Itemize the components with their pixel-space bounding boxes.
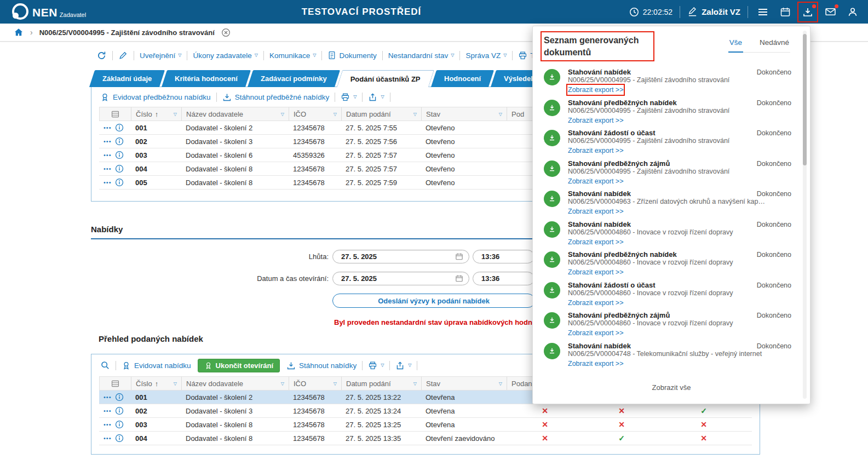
info-icon[interactable] <box>115 178 124 187</box>
stahnout-predbezne-nabidky-button[interactable]: Stáhnout předběžné nabídky <box>222 93 330 102</box>
info-icon[interactable] <box>115 420 124 429</box>
show-export-link[interactable]: Zobrazit export >> <box>568 238 623 246</box>
menu-dokumenty[interactable]: Dokumenty <box>327 51 376 60</box>
menu-ukony-zadavatele[interactable]: Úkony zadavatele▽ <box>193 51 257 60</box>
scrollbar-thumb[interactable] <box>803 34 807 165</box>
show-export-link[interactable]: Zobrazit export >> <box>568 85 623 94</box>
filter-icon[interactable]: ▽ <box>499 381 502 386</box>
refresh-icon[interactable] <box>96 50 107 61</box>
show-export-link[interactable]: Zobrazit export >> <box>568 359 623 368</box>
tab-zakladni-udaje[interactable]: Základní údaje <box>89 70 165 87</box>
column-header-stav[interactable]: Stav▽ <box>422 107 507 120</box>
row-menu-icon[interactable]: ••• <box>104 408 112 414</box>
info-icon[interactable] <box>115 406 124 415</box>
user-profile-button[interactable] <box>845 4 860 20</box>
filter-icon[interactable]: ▽ <box>413 381 417 386</box>
tab-hodnoceni[interactable]: Hodnocení <box>431 70 494 87</box>
info-icon[interactable] <box>115 434 124 443</box>
column-chooser-button[interactable] <box>100 377 131 390</box>
evidovat-nabidku-button[interactable]: Evidovat nabídku <box>122 361 191 370</box>
column-header-ico[interactable]: IČO▽ <box>289 377 342 390</box>
export-dropdown[interactable]: ▽ <box>395 361 411 370</box>
info-icon[interactable] <box>115 393 124 401</box>
info-icon[interactable] <box>115 123 124 132</box>
filter-icon[interactable]: ▽ <box>174 112 177 117</box>
show-export-link[interactable]: Zobrazit export >> <box>568 329 623 337</box>
show-export-link[interactable]: Zobrazit export >> <box>568 207 623 216</box>
print-dropdown[interactable]: ▽ <box>368 361 384 370</box>
panel-scrollbar[interactable] <box>803 31 807 399</box>
menu-sprava-vz[interactable]: Správa VZ▽ <box>465 51 507 60</box>
calendar-icon[interactable] <box>455 252 463 261</box>
send-invitation-button[interactable]: Odeslání výzvy k podání nabídek <box>332 294 535 308</box>
info-icon[interactable] <box>115 151 124 159</box>
row-menu-icon[interactable]: ••• <box>104 394 112 400</box>
print-dropdown[interactable]: ▽ <box>341 93 357 102</box>
show-all-link[interactable]: Zobrazit vše <box>533 383 810 392</box>
offer-row[interactable]: ••• 002 Dodavatel - školení 3 12345678 2… <box>99 404 752 418</box>
export-dropdown[interactable]: ▽ <box>368 93 384 102</box>
document-subtitle: N006/25/V00004995 - Zajištění závodního … <box>568 168 766 176</box>
evidovat-predbeznou-nabidku-button[interactable]: Evidovat předběžnou nabídku <box>100 93 211 102</box>
menu-komunikace[interactable]: Komunikace▽ <box>269 51 316 60</box>
ukoncit-oteviani-button[interactable]: Ukončit otevírání <box>198 359 280 372</box>
row-menu-icon[interactable]: ••• <box>104 139 112 145</box>
oteviani-date-field[interactable]: 27. 5. 2025 <box>332 272 469 285</box>
tab-nedavne[interactable]: Nedávné <box>758 38 790 52</box>
filter-icon[interactable]: ▽ <box>499 112 502 117</box>
show-export-link[interactable]: Zobrazit export >> <box>568 298 623 307</box>
oteviani-time-field[interactable]: 13:36 <box>473 272 534 285</box>
show-export-link[interactable]: Zobrazit export >> <box>568 116 623 125</box>
show-export-link[interactable]: Zobrazit export >> <box>568 146 623 155</box>
row-menu-icon[interactable]: ••• <box>104 166 112 172</box>
lhuta-time-field[interactable]: 13:36 <box>473 250 534 263</box>
column-header-cislo[interactable]: Číslo↑ ▽ <box>131 107 182 120</box>
menu-uverejneni[interactable]: Uveřejnění▽ <box>140 51 181 60</box>
create-vz-button[interactable]: Založit VZ <box>687 7 740 17</box>
row-menu-icon[interactable]: ••• <box>104 422 112 428</box>
close-tab-icon[interactable] <box>221 28 231 37</box>
menu-nestandardni-stav[interactable]: Nestandardní stav▽ <box>388 51 455 60</box>
offer-row[interactable]: ••• 003 Dodavatel - školení 8 12345678 2… <box>99 418 752 432</box>
show-export-link[interactable]: Zobrazit export >> <box>568 268 623 277</box>
filter-icon[interactable]: ▽ <box>281 381 284 386</box>
filter-icon[interactable]: ▽ <box>174 381 177 386</box>
column-header-nazev[interactable]: Název dodavatele▽ <box>182 107 289 120</box>
column-header-nazev[interactable]: Název dodavatele▽ <box>182 377 289 390</box>
edit-record-icon[interactable] <box>118 50 128 60</box>
row-menu-icon[interactable]: ••• <box>104 125 112 131</box>
info-icon[interactable] <box>115 164 124 173</box>
filter-icon[interactable]: ▽ <box>334 381 337 386</box>
divider <box>680 6 680 18</box>
calendar-icon[interactable] <box>455 274 463 283</box>
menu-button[interactable] <box>755 4 771 20</box>
tab-kriteria-hodnoceni[interactable]: Kritéria hodnocení <box>162 70 251 87</box>
nen-logo[interactable]: NEN Zadavatel <box>12 3 86 20</box>
stahnout-nabidky-button[interactable]: Stáhnout nabídky <box>286 361 357 370</box>
show-export-link[interactable]: Zobrazit export >> <box>568 177 623 186</box>
column-header-datum[interactable]: Datum podání▽ <box>342 107 422 120</box>
calendar-button[interactable] <box>778 4 793 20</box>
home-icon[interactable] <box>14 27 24 37</box>
row-menu-icon[interactable]: ••• <box>104 152 112 158</box>
column-chooser-button[interactable] <box>100 107 131 120</box>
column-header-stav[interactable]: Stav▽ <box>422 377 507 390</box>
column-header-datum[interactable]: Datum podání▽ <box>342 377 422 390</box>
tab-vse[interactable]: Vše <box>728 38 743 53</box>
column-header-cislo[interactable]: Číslo↑ ▽ <box>131 377 182 390</box>
tab-zadavaci-podminky[interactable]: Zadávací podmínky <box>248 70 340 87</box>
row-menu-icon[interactable]: ••• <box>104 435 112 441</box>
lhuta-date-field[interactable]: 27. 5. 2025 <box>332 250 469 263</box>
info-icon[interactable] <box>115 137 124 146</box>
offer-row[interactable]: ••• 004 Dodavatel - školení 8 12345678 2… <box>99 432 752 445</box>
generated-documents-button[interactable] <box>800 4 815 20</box>
row-menu-icon[interactable]: ••• <box>104 180 112 186</box>
search-button[interactable] <box>100 360 110 370</box>
filter-icon[interactable]: ▽ <box>334 112 337 117</box>
tab-podani-ucastniku[interactable]: Podání účastníků ZP <box>337 70 434 87</box>
breadcrumb-current[interactable]: N006/25/V00004995 - Zajištění závodního … <box>39 28 215 37</box>
messages-button[interactable] <box>823 4 838 20</box>
filter-icon[interactable]: ▽ <box>281 112 284 117</box>
column-header-ico[interactable]: IČO▽ <box>289 107 342 120</box>
filter-icon[interactable]: ▽ <box>413 112 417 117</box>
